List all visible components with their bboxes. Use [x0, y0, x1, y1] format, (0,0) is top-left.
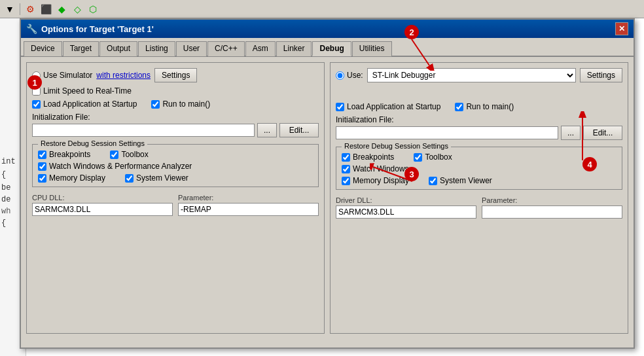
- restrictions-link[interactable]: with restrictions: [96, 71, 151, 80]
- tab-output[interactable]: Output: [99, 41, 137, 56]
- toolbar-icon3[interactable]: ◆: [54, 2, 69, 16]
- run-main-text-right: Run to main(): [466, 102, 514, 111]
- run-main-text-left: Run to main(): [162, 99, 210, 109]
- simulator-settings-btn[interactable]: Settings: [154, 68, 197, 82]
- mem-checkbox-right[interactable]: [342, 177, 350, 185]
- mem-checkbox-left[interactable]: [38, 174, 46, 183]
- tab-cpp[interactable]: C/C++: [207, 41, 245, 56]
- code-text-brace2: {: [1, 219, 6, 228]
- load-app-checkbox-left[interactable]: [32, 100, 41, 109]
- dll-row-left: CPU DLL: Parameter:: [32, 194, 319, 216]
- toolbar-icon1[interactable]: ⚙: [23, 2, 37, 16]
- browse-btn-left[interactable]: ...: [257, 123, 277, 137]
- use-radio[interactable]: [336, 71, 344, 80]
- load-app-label-right[interactable]: Load Application at Startup: [336, 102, 440, 111]
- cpu-param-input[interactable]: [178, 203, 319, 216]
- tab-target[interactable]: Target: [63, 41, 99, 56]
- toolbox-label-left[interactable]: Toolbox: [110, 150, 148, 159]
- bp-toolbox-row-right: Breakpoints Toolbox: [342, 152, 617, 162]
- sep1: [20, 3, 20, 15]
- left-panel: Use Simulator with restrictions Settings…: [26, 62, 325, 334]
- cpu-dll-input[interactable]: [32, 203, 173, 216]
- run-main-label-right[interactable]: Run to main(): [455, 102, 514, 111]
- code-text-wh: wh: [1, 207, 10, 216]
- cpu-dll-col: CPU DLL:: [32, 194, 173, 216]
- tab-asm[interactable]: Asm: [245, 41, 276, 56]
- sysview-label-left[interactable]: System Viewer: [125, 173, 188, 183]
- debugger-dropdown-wrapper: ST-Link Debugger ULINK2/ME Cortex Debugg…: [367, 68, 576, 82]
- use-radio-label[interactable]: Use:: [336, 71, 363, 80]
- sysview-checkbox-left[interactable]: [125, 174, 134, 183]
- run-main-checkbox-left[interactable]: [151, 100, 160, 109]
- tab-debug[interactable]: Debug: [312, 41, 351, 56]
- init-file-input-right[interactable]: [336, 126, 558, 139]
- use-debugger-row: Use: ST-Link Debugger ULINK2/ME Cortex D…: [336, 68, 622, 82]
- run-main-label-left[interactable]: Run to main(): [151, 99, 210, 109]
- code-text-brace: {: [1, 170, 6, 179]
- tab-listing[interactable]: Listing: [138, 41, 175, 56]
- run-main-checkbox-right[interactable]: [455, 103, 463, 111]
- load-app-text-right: Load Application at Startup: [347, 102, 440, 111]
- toolbar-icon5[interactable]: ⬡: [86, 2, 100, 16]
- code-text-de: de: [1, 195, 10, 204]
- toolbox-checkbox-left[interactable]: [110, 151, 118, 159]
- code-text-int: int: [1, 157, 16, 166]
- driver-param-label: Parameter:: [482, 196, 622, 204]
- load-app-label-left[interactable]: Load Application at Startup: [32, 99, 137, 109]
- tab-utilities[interactable]: Utilities: [352, 41, 392, 56]
- annotation-3: 3: [404, 167, 419, 181]
- tab-device[interactable]: Device: [24, 41, 62, 56]
- mem-label-right[interactable]: Memory Display: [342, 176, 409, 185]
- restore-group-content-left: Breakpoints Toolbox Watch Windows & Perf…: [38, 150, 313, 183]
- cpu-param-label: Parameter:: [178, 194, 319, 202]
- watch-checkbox-left[interactable]: [38, 162, 46, 171]
- close-button[interactable]: ✕: [615, 22, 628, 35]
- dropdown-btn[interactable]: ▼: [3, 2, 17, 16]
- simulator-label: Use Simulator: [43, 71, 92, 80]
- simulator-row: Use Simulator with restrictions Settings: [32, 68, 319, 82]
- debugger-dropdown[interactable]: ST-Link Debugger ULINK2/ME Cortex Debugg…: [367, 68, 576, 82]
- spacer-row: [336, 86, 622, 98]
- tab-user[interactable]: User: [176, 41, 207, 56]
- annotation-1: 1: [27, 75, 42, 90]
- mem-text-left: Memory Display: [49, 173, 105, 183]
- init-file-input-left[interactable]: [32, 124, 255, 137]
- driver-dll-input[interactable]: [336, 205, 476, 219]
- sysview-checkbox-right[interactable]: [429, 177, 437, 185]
- bp-checkbox-right[interactable]: [342, 153, 350, 162]
- toolbar-icon4[interactable]: ◇: [70, 2, 84, 16]
- cpu-dll-label: CPU DLL:: [32, 194, 173, 202]
- bp-checkbox-left[interactable]: [38, 151, 46, 159]
- toolbox-checkbox-right[interactable]: [414, 153, 422, 162]
- watch-label-right[interactable]: Watch Windows: [342, 164, 409, 173]
- restore-group-content-right: Breakpoints Toolbox Watch Windows: [342, 152, 617, 185]
- toolbox-label-right[interactable]: Toolbox: [414, 152, 452, 162]
- load-app-checkbox-right[interactable]: [336, 103, 344, 111]
- mem-text-right: Memory Display: [353, 176, 409, 185]
- toolbar-icon2[interactable]: ⬛: [39, 2, 53, 16]
- mem-label-left[interactable]: Memory Display: [38, 173, 105, 183]
- bp-label-right[interactable]: Breakpoints: [342, 152, 394, 162]
- edit-btn-right[interactable]: Edit...: [583, 126, 622, 140]
- limit-speed-row: Limit Speed to Real-Time: [32, 86, 319, 96]
- limit-speed-text: Limit Speed to Real-Time: [43, 86, 132, 96]
- edit-btn-left[interactable]: Edit...: [279, 123, 319, 137]
- watch-label-left[interactable]: Watch Windows & Performance Analyzer: [38, 162, 192, 171]
- sysview-text-left: System Viewer: [136, 173, 188, 183]
- sysview-label-right[interactable]: System Viewer: [429, 176, 492, 185]
- options-dialog: 🔧 Options for Target 'Target 1' ✕ Device…: [20, 18, 635, 349]
- bp-label-left[interactable]: Breakpoints: [38, 150, 90, 159]
- bp-toolbox-row-left: Breakpoints Toolbox: [38, 150, 313, 159]
- browse-btn-right[interactable]: ...: [561, 126, 581, 140]
- simulator-radio-label[interactable]: Use Simulator: [32, 71, 92, 80]
- driver-param-col: Parameter:: [482, 196, 622, 219]
- restore-group-title-right: Restore Debug Session Settings: [342, 142, 451, 150]
- limit-speed-label[interactable]: Limit Speed to Real-Time: [32, 86, 132, 96]
- watch-checkbox-right[interactable]: [342, 165, 350, 173]
- main-toolbar: ▼ ⚙ ⬛ ◆ ◇ ⬡: [0, 0, 644, 18]
- restore-group-title-left: Restore Debug Session Settings: [38, 139, 147, 147]
- tab-linker[interactable]: Linker: [276, 41, 312, 56]
- right-panel: Use: ST-Link Debugger ULINK2/ME Cortex D…: [330, 62, 628, 334]
- driver-param-input[interactable]: [482, 205, 622, 219]
- right-settings-btn[interactable]: Settings: [580, 68, 622, 82]
